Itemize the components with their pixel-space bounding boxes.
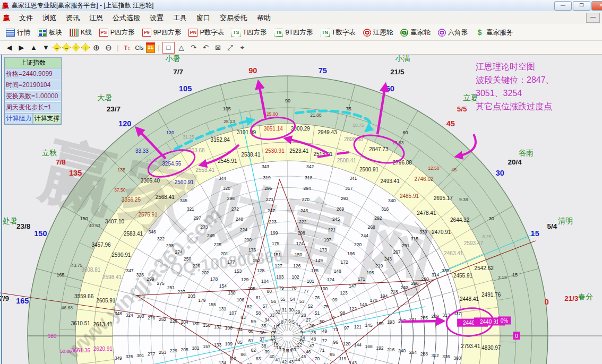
rotate-ccw-icon[interactable]: ↶: [200, 42, 211, 53]
svg-text:202: 202: [201, 270, 209, 275]
toolbar-label: 行情: [17, 28, 30, 37]
svg-text:2568.41: 2568.41: [156, 194, 175, 200]
zoom-out-icon[interactable]: ⊖: [103, 42, 114, 53]
toolbar-button-P四方形[interactable]: PSP四方形: [96, 28, 139, 37]
svg-text:30: 30: [496, 169, 504, 177]
cls-icon[interactable]: Cls: [134, 42, 145, 53]
toolbar-button-T四方形[interactable]: TST四方形: [228, 28, 270, 37]
svg-text:2590.91: 2590.91: [111, 252, 131, 258]
toolbar-button-9P四方形[interactable]: P99P四方形: [139, 28, 185, 37]
menu-item-2[interactable]: 资讯: [61, 12, 84, 24]
svg-text:194: 194: [380, 293, 388, 299]
menu-item-7[interactable]: 窗口: [192, 12, 215, 24]
svg-text:2500.91: 2500.91: [359, 167, 379, 172]
svg-text:264: 264: [409, 350, 417, 355]
pan-right-icon[interactable]: →: [62, 44, 71, 52]
svg-text:3305.40: 3305.40: [141, 178, 160, 184]
svg-text:2847.73: 2847.73: [369, 146, 389, 152]
svg-text:63: 63: [256, 356, 261, 361]
svg-text:58: 58: [256, 310, 261, 316]
parameter-rows: 价格=2440.9099时间=20190104变换系数=1.00000周天变化步…: [5, 68, 61, 113]
t-scale-icon[interactable]: T↕: [122, 42, 133, 53]
zoom-in-icon[interactable]: ⊕: [91, 42, 102, 53]
svg-text:90: 90: [285, 98, 290, 103]
toolbar-button-江恩轮[interactable]: 江恩轮: [359, 28, 397, 37]
shape-square-icon[interactable]: □: [162, 42, 175, 54]
svg-text:2542.62: 2542.62: [475, 265, 494, 271]
rings-red-icon: [363, 29, 371, 37]
svg-text:105: 105: [248, 286, 255, 291]
toolbar-button-9T四方形[interactable]: T99T四方形: [270, 28, 316, 37]
svg-text:2598.41: 2598.41: [102, 274, 122, 280]
next-icon[interactable]: ▶: [16, 42, 27, 53]
svg-text:165: 165: [57, 272, 65, 278]
pan-up-icon[interactable]: ↑: [72, 44, 80, 52]
mdi-minimize-button[interactable]: —: [586, 13, 600, 23]
svg-text:218: 218: [390, 289, 398, 294]
grid-select-icon[interactable]: ⊠: [212, 42, 223, 53]
svg-text:2695.17: 2695.17: [434, 195, 453, 201]
calc-resistance-button[interactable]: 计算阻力: [5, 113, 33, 124]
svg-text:74: 74: [330, 315, 335, 320]
menu-item-1[interactable]: 浏览: [38, 12, 61, 24]
menu-item-3[interactable]: 江恩: [84, 12, 108, 24]
svg-text:2793.41: 2793.41: [461, 343, 480, 349]
toolbar-button-P数字表[interactable]: PNP数字表: [185, 28, 228, 37]
svg-text:120: 120: [166, 130, 174, 135]
svg-text:220: 220: [354, 242, 362, 247]
flag-up-icon[interactable]: ▲: [28, 42, 39, 53]
gann-wheel-chart[interactable]: 赢家财富网www.yingjia360.comQQ:10080036090105…: [0, 55, 602, 364]
toolbar-button-K线[interactable]: K线: [66, 28, 96, 37]
svg-text:2530.91: 2530.91: [265, 148, 285, 154]
svg-text:125: 125: [311, 268, 319, 273]
pan-left-icon[interactable]: ←: [53, 44, 61, 52]
toolbar-button-T数字表[interactable]: TNT数字表: [317, 28, 359, 37]
svg-text:2620.91: 2620.91: [93, 346, 113, 352]
toolbar-button-赢家服务[interactable]: $赢家服务: [471, 28, 517, 37]
menu-item-9[interactable]: 帮助: [252, 12, 276, 24]
svg-text:27: 27: [306, 317, 311, 323]
minimize-button[interactable]: —: [554, 1, 572, 11]
svg-text:169: 169: [376, 321, 383, 326]
svg-text:29: 29: [295, 309, 300, 315]
toolbar-button-行情[interactable]: 行情: [2, 28, 34, 37]
menu-item-6[interactable]: 工具: [168, 12, 192, 24]
maximize-button[interactable]: ❐: [573, 1, 590, 11]
rotate-cw-icon[interactable]: ↷: [188, 42, 199, 53]
svg-text:349: 349: [115, 356, 122, 361]
calendar-21-icon[interactable]: 21: [146, 42, 155, 53]
svg-text:216: 216: [387, 347, 394, 352]
flag-down-icon[interactable]: ▼: [40, 42, 51, 53]
menu-item-8[interactable]: 交易委托: [215, 12, 252, 24]
svg-text:320: 320: [223, 186, 230, 191]
menu-item-5[interactable]: 设置: [145, 12, 168, 24]
toolbar-button-六角形[interactable]: 六角形: [434, 28, 472, 37]
menu-item-4[interactable]: 公式选股: [108, 12, 145, 24]
toolbar-button-赢家轮[interactable]: Big赢家轮: [397, 28, 434, 37]
svg-text:78: 78: [291, 285, 297, 291]
svg-text:177: 177: [227, 259, 235, 265]
svg-text:60: 60: [402, 130, 408, 135]
svg-text:323: 323: [136, 272, 144, 278]
svg-text:3661.36: 3661.36: [71, 348, 91, 353]
svg-text:23/8: 23/8: [16, 222, 31, 230]
svg-text:36: 36: [260, 330, 265, 335]
svg-text:200: 200: [244, 237, 252, 242]
svg-text:40.63: 40.63: [89, 223, 101, 228]
app-logo-icon: 赢: [0, 1, 12, 11]
svg-text:150: 150: [295, 252, 302, 257]
menu-item-0[interactable]: 文件: [14, 12, 38, 24]
svg-text:156: 156: [203, 323, 210, 328]
svg-text:268: 268: [368, 224, 375, 230]
prev-icon[interactable]: ◀: [4, 42, 15, 53]
calc-support-button[interactable]: 计算支撑: [33, 113, 61, 124]
rings-purple-icon: [438, 29, 446, 37]
close-button[interactable]: ✕: [591, 1, 602, 11]
pan-down-icon[interactable]: ↓: [81, 44, 90, 52]
pointer-icon[interactable]: ⌖: [237, 42, 248, 53]
expand-icon[interactable]: ⤢: [225, 42, 236, 53]
shape-triangle-icon[interactable]: △: [176, 42, 187, 53]
svg-text:222: 222: [299, 219, 306, 224]
toolbar-button-板块[interactable]: 板块: [34, 28, 66, 37]
box-red-icon: P9: [142, 29, 151, 37]
